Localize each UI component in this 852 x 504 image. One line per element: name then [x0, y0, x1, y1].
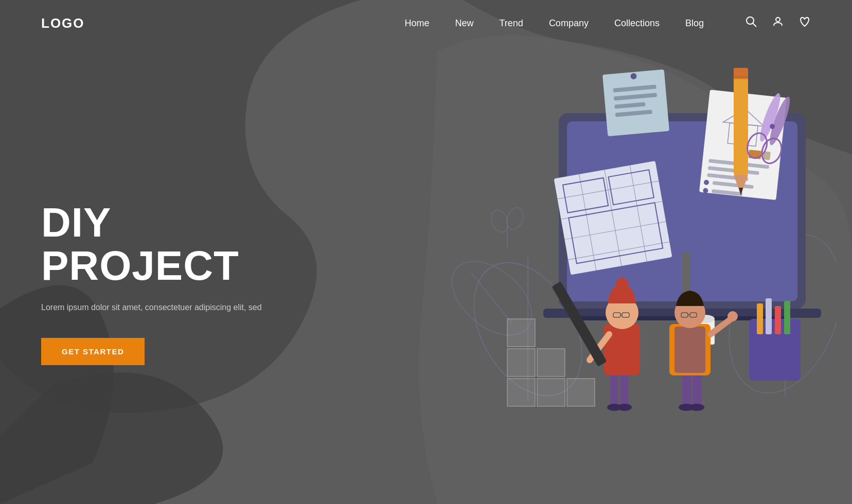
- nav-icons: [745, 15, 811, 31]
- get-started-button[interactable]: GET STARTED: [41, 338, 145, 365]
- svg-rect-66: [775, 306, 781, 334]
- svg-point-1: [747, 17, 754, 24]
- nav-item-collections[interactable]: Collections: [614, 18, 660, 29]
- illustration: [415, 31, 837, 453]
- svg-point-3: [776, 17, 780, 22]
- svg-point-87: [689, 404, 704, 411]
- nav-item-new[interactable]: New: [455, 18, 474, 29]
- svg-point-95: [727, 311, 738, 321]
- logo: LOGO: [41, 15, 85, 31]
- hero-text: DIY PROJECT Lorem ipsum dolor sit amet, …: [41, 201, 309, 365]
- svg-rect-47: [507, 319, 535, 347]
- svg-line-7: [471, 273, 512, 324]
- svg-rect-49: [537, 349, 565, 376]
- navbar: LOGO Home New Trend Company Collections …: [0, 0, 852, 46]
- svg-rect-85: [693, 370, 701, 406]
- svg-point-75: [617, 404, 632, 411]
- hero-title-line1: DIY: [41, 200, 111, 245]
- svg-rect-52: [567, 379, 595, 406]
- nav-item-home[interactable]: Home: [404, 18, 429, 29]
- svg-rect-73: [620, 370, 629, 406]
- svg-rect-51: [537, 379, 565, 406]
- nav-link-collections[interactable]: Collections: [614, 18, 660, 28]
- page-wrapper: LOGO Home New Trend Company Collections …: [0, 0, 852, 504]
- hero-title-line2: PROJECT: [41, 243, 239, 289]
- svg-point-78: [616, 278, 628, 290]
- heart-icon[interactable]: [798, 15, 811, 31]
- svg-rect-48: [507, 349, 535, 376]
- nav-links: Home New Trend Company Collections Blog: [404, 18, 704, 29]
- nav-link-trend[interactable]: Trend: [500, 18, 523, 28]
- nav-item-trend[interactable]: Trend: [500, 18, 523, 29]
- user-icon[interactable]: [772, 15, 784, 31]
- nav-link-new[interactable]: New: [455, 18, 474, 28]
- svg-line-2: [753, 23, 756, 27]
- nav-link-company[interactable]: Company: [549, 18, 589, 28]
- svg-rect-56: [734, 76, 748, 79]
- search-icon[interactable]: [745, 15, 757, 31]
- nav-item-company[interactable]: Company: [549, 18, 589, 29]
- svg-rect-50: [507, 379, 535, 406]
- nav-link-blog[interactable]: Blog: [685, 18, 704, 28]
- svg-rect-89: [674, 327, 705, 373]
- hero-subtitle: Lorem ipsum dolor sit amet, consectetuer…: [41, 303, 309, 312]
- nav-item-blog[interactable]: Blog: [685, 18, 704, 29]
- svg-rect-84: [682, 370, 691, 406]
- nav-link-home[interactable]: Home: [404, 18, 429, 28]
- svg-rect-72: [610, 370, 618, 406]
- svg-rect-64: [757, 303, 763, 334]
- svg-rect-67: [784, 301, 790, 334]
- svg-rect-65: [766, 298, 772, 334]
- svg-rect-53: [734, 72, 748, 175]
- hero-title: DIY PROJECT: [41, 201, 309, 287]
